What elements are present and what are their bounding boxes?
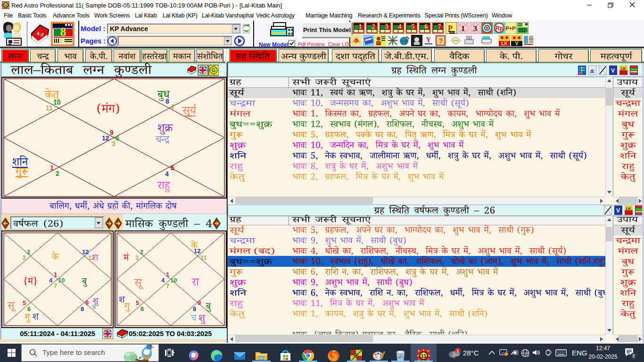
svg-text:V: V — [515, 41, 519, 46]
svg-text:4: 4 — [398, 23, 402, 30]
svg-text:Y: Y — [426, 36, 431, 43]
svg-text:5: 5 — [412, 23, 415, 30]
svg-text:P+P: P+P — [505, 25, 515, 31]
svg-text:LK: LK — [621, 66, 626, 71]
svg-text:8: 8 — [632, 354, 635, 359]
svg-text:V: V — [616, 207, 620, 214]
svg-text:?: ? — [439, 37, 443, 44]
svg-text:G: G — [212, 67, 216, 73]
svg-text:?: ? — [355, 38, 358, 45]
svg-text:1: 1 — [456, 349, 459, 354]
svg-text:1: 1 — [461, 24, 465, 33]
svg-text:8: 8 — [60, 25, 66, 39]
svg-text:1: 1 — [359, 23, 362, 30]
svg-text:LK: LK — [501, 41, 508, 46]
svg-text:3: 3 — [473, 24, 478, 33]
svg-text:2: 2 — [372, 23, 375, 30]
svg-text:3: 3 — [385, 23, 388, 30]
svg-text:6: 6 — [425, 23, 428, 30]
svg-text:1: 1 — [468, 36, 470, 40]
svg-text:7: 7 — [438, 23, 441, 30]
svg-text:LK: LK — [626, 206, 631, 211]
svg-text:P: P — [448, 24, 453, 32]
svg-text:11: 11 — [421, 353, 427, 359]
svg-text:Rp: Rp — [495, 25, 503, 32]
svg-text:V: V — [611, 67, 615, 74]
svg-text:11: 11 — [4, 4, 8, 7]
